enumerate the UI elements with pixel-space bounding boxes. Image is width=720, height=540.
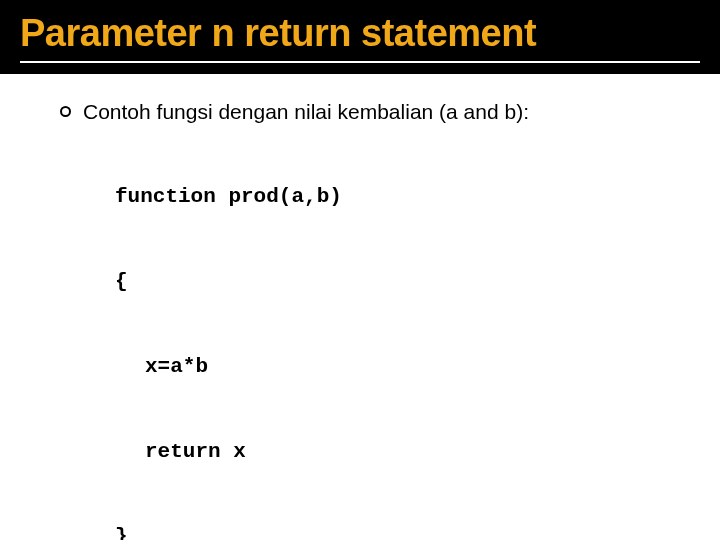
code-line: { [115, 268, 680, 296]
code-line: function prod(a,b) [115, 183, 680, 211]
slide-content: Contoh fungsi dengan nilai kembalian (a … [0, 74, 720, 540]
slide-header: Parameter n return statement [0, 0, 720, 74]
code-line: return x [145, 438, 680, 466]
title-underline [20, 61, 700, 63]
bullet-icon [60, 106, 71, 117]
bullet-text: Contoh fungsi dengan nilai kembalian (a … [83, 98, 680, 126]
code-line: } [115, 523, 680, 540]
code-block: function prod(a,b) { x=a*b return x } [115, 126, 680, 540]
code-line: x=a*b [145, 353, 680, 381]
slide-title: Parameter n return statement [20, 12, 700, 55]
bullet-item: Contoh fungsi dengan nilai kembalian (a … [60, 98, 680, 126]
